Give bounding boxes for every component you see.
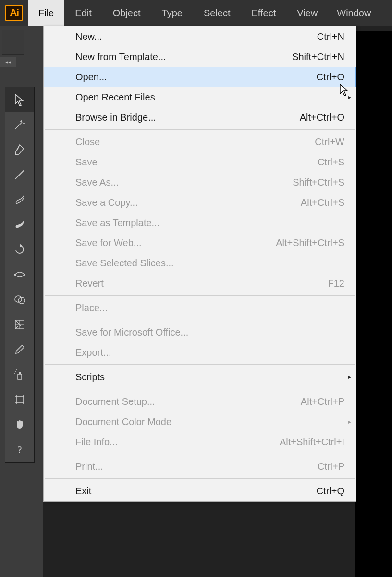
shapebuilder-icon [13, 293, 26, 306]
line-segment-tool[interactable] [5, 162, 34, 187]
menu-item-label: New... [75, 31, 102, 42]
svg-point-8 [16, 369, 17, 370]
menu-item-shortcut: Ctrl+N [317, 31, 347, 42]
menu-item-label: Print... [75, 461, 103, 472]
canvas-area [355, 31, 392, 577]
menu-item-label: Export... [75, 347, 111, 358]
eyedropper-tool[interactable] [5, 337, 34, 362]
svg-point-9 [14, 373, 15, 374]
menu-item-shortcut: Ctrl+Q [317, 486, 347, 497]
svg-rect-10 [16, 396, 23, 403]
blob-brush-tool[interactable] [5, 212, 34, 237]
svg-point-1 [24, 274, 25, 276]
menu-item-label: Open Recent Files [75, 92, 155, 103]
menu-item-label: Revert [75, 278, 104, 289]
menu-item-shortcut: F12 [328, 278, 347, 289]
menu-item-label: Scripts [75, 372, 105, 383]
menubar-item-type[interactable]: Type [151, 0, 193, 26]
svg-rect-6 [19, 372, 21, 374]
dock-collapse-icon[interactable]: ◂◂ [0, 57, 16, 67]
menu-item-label: New from Template... [75, 51, 166, 63]
shape-builder-tool[interactable] [5, 287, 34, 312]
rotate-icon [13, 243, 26, 256]
menubar-item-window[interactable]: Window [328, 0, 371, 26]
menu-item-shortcut: Alt+Shift+Ctrl+I [280, 437, 347, 448]
dock-tab-stub[interactable] [2, 30, 24, 55]
menu-item-save-as-template: Save as Template... [44, 213, 356, 233]
menu-item-label: Save a Copy... [75, 197, 138, 208]
menu-item-exit[interactable]: ExitCtrl+Q [44, 481, 356, 501]
menu-item-label: Save for Microsoft Office... [75, 327, 188, 338]
menu-item-label: Place... [75, 302, 108, 314]
menu-item-new[interactable]: New...Ctrl+N [44, 26, 356, 47]
menu-item-save-as: Save As...Shift+Ctrl+S [44, 172, 356, 192]
width-icon [13, 268, 26, 281]
svg-point-0 [14, 274, 16, 276]
eyedropper-icon [13, 343, 26, 356]
menu-item-open[interactable]: Open...Ctrl+O [44, 67, 356, 87]
paintbrush-tool[interactable] [5, 187, 34, 212]
menu-item-save-for-microsoft-office: Save for Microsoft Office... [44, 322, 356, 342]
menu-separator [45, 478, 355, 479]
menu-item-shortcut: Ctrl+P [318, 461, 347, 472]
svg-point-7 [15, 371, 16, 372]
hand-tool[interactable] [5, 412, 34, 437]
rotate-tool[interactable] [5, 237, 34, 262]
menu-item-document-color-mode: Document Color Mode [44, 412, 356, 432]
menu-item-label: Browse in Bridge... [75, 112, 156, 123]
wand-icon [13, 118, 26, 131]
mesh-tool[interactable] [5, 312, 34, 337]
menu-item-browse-in-bridge[interactable]: Browse in Bridge...Alt+Ctrl+O [44, 107, 356, 127]
menu-item-close: CloseCtrl+W [44, 132, 356, 152]
menu-item-shortcut: Alt+Ctrl+S [301, 197, 347, 208]
menu-item-save: SaveCtrl+S [44, 152, 356, 172]
menu-item-save-for-web: Save for Web...Alt+Shift+Ctrl+S [44, 233, 356, 253]
menubar-item-view[interactable]: View [286, 0, 328, 26]
help-tool[interactable]: ? [5, 437, 34, 462]
menu-item-label: Close [75, 137, 100, 148]
menu-separator [45, 320, 355, 320]
menu-item-label: Save [75, 157, 98, 168]
menu-item-open-recent-files[interactable]: Open Recent Files [44, 87, 356, 107]
menu-item-label: File Info... [75, 437, 118, 448]
selection-tool[interactable] [5, 87, 34, 112]
menu-separator [45, 389, 355, 389]
menu-item-label: Save as Template... [75, 217, 159, 228]
menubar-item-edit[interactable]: Edit [64, 0, 102, 26]
menu-separator [45, 129, 355, 130]
app-logo-cell: Ai [0, 0, 28, 26]
mesh-icon [13, 318, 26, 331]
menubar-item-file[interactable]: File [28, 0, 64, 26]
menu-item-shortcut: Ctrl+W [315, 137, 347, 148]
menubar-item-select[interactable]: Select [193, 0, 241, 26]
symbol-sprayer-tool[interactable] [5, 362, 34, 387]
menu-separator [45, 295, 355, 296]
pen-tool[interactable] [5, 137, 34, 162]
toolbox: ? [5, 87, 35, 463]
width-tool[interactable] [5, 262, 34, 287]
magic-wand-tool[interactable] [5, 112, 34, 137]
menu-item-shortcut: Alt+Shift+Ctrl+S [276, 238, 347, 249]
menu-item-shortcut: Shift+Ctrl+S [293, 177, 347, 188]
hand-icon [13, 418, 26, 431]
menu-item-shortcut: Ctrl+S [318, 157, 347, 168]
menubar-item-object[interactable]: Object [102, 0, 151, 26]
menu-item-new-from-template[interactable]: New from Template...Shift+Ctrl+N [44, 47, 356, 67]
menu-separator [45, 364, 355, 365]
menu-item-scripts[interactable]: Scripts [44, 367, 356, 387]
menu-item-label: Open... [75, 72, 107, 83]
artboard-icon [13, 393, 26, 406]
menu-separator [45, 454, 355, 454]
artboard-tool[interactable] [5, 387, 34, 412]
help-icon: ? [13, 443, 26, 456]
titlebar: Ai FileEditObjectTypeSelectEffectViewWin… [0, 0, 392, 26]
menu-item-document-setup: Document Setup...Alt+Ctrl+P [44, 391, 356, 412]
menu-item-file-info: File Info...Alt+Shift+Ctrl+I [44, 432, 356, 452]
menu-item-label: Document Color Mode [75, 416, 172, 427]
menu-item-label: Save Selected Slices... [75, 258, 174, 269]
spray-icon [13, 368, 26, 381]
menu-item-label: Exit [75, 486, 91, 497]
brush-icon [13, 193, 26, 206]
menu-item-save-selected-slices: Save Selected Slices... [44, 253, 356, 273]
menubar-item-effect[interactable]: Effect [241, 0, 286, 26]
